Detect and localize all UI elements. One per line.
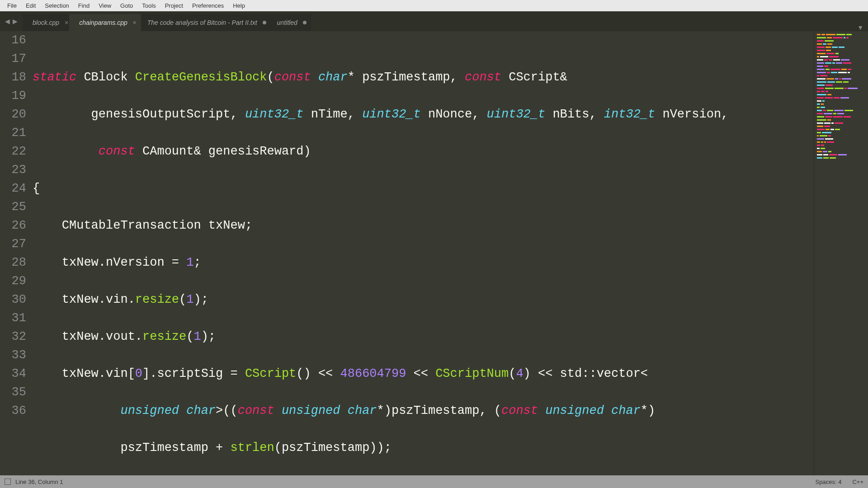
tab-nav-next-icon[interactable]: ▶ xyxy=(11,18,19,25)
close-icon[interactable]: × xyxy=(65,19,68,26)
editor-area: 1617181920212223242526272829303132333435… xyxy=(0,31,868,475)
code-line: { xyxy=(33,179,814,198)
close-icon[interactable]: × xyxy=(133,19,137,26)
tab-label: The code analysis of Bitcoin - Part II.t… xyxy=(147,19,257,26)
text: CBlock xyxy=(84,70,127,84)
tab-nav-prev-icon[interactable]: ◀ xyxy=(4,18,11,25)
menu-preferences[interactable]: Preferences xyxy=(188,1,228,10)
tab-label: block.cpp xyxy=(33,19,59,26)
menu-find[interactable]: Find xyxy=(74,1,94,10)
tab-nav: ◀ ▶ xyxy=(0,11,23,31)
dirty-indicator-icon xyxy=(263,21,266,24)
keyword: static xyxy=(33,70,76,84)
tab-block-cpp[interactable]: block.cpp × xyxy=(23,14,73,31)
menu-edit[interactable]: Edit xyxy=(21,1,40,10)
menu-tools[interactable]: Tools xyxy=(137,1,160,10)
tab-label: chainparams.cpp xyxy=(79,19,127,26)
status-indent[interactable]: Spaces: 4 xyxy=(816,479,842,485)
code-line: CMutableTransaction txNew; xyxy=(33,216,814,235)
status-cursor-position[interactable]: Line 36, Column 1 xyxy=(15,479,63,485)
menu-selection[interactable]: Selection xyxy=(40,1,73,10)
status-language[interactable]: C++ xyxy=(852,479,863,485)
line-number-gutter: 1617181920212223242526272829303132333435… xyxy=(0,31,33,475)
tab-bar: ◀ ▶ block.cpp × chainparams.cpp × The co… xyxy=(0,11,868,31)
menu-help[interactable]: Help xyxy=(228,1,250,10)
menu-view[interactable]: View xyxy=(94,1,116,10)
tab-label: untitled xyxy=(277,19,297,26)
tab-chainparams-cpp[interactable]: chainparams.cpp × xyxy=(69,14,141,31)
dirty-indicator-icon xyxy=(303,21,307,24)
function-name: CreateGenesisBlock xyxy=(135,70,267,84)
tab-untitled[interactable]: untitled xyxy=(267,14,311,31)
menu-goto[interactable]: Goto xyxy=(116,1,137,10)
code-content[interactable]: static CBlock CreateGenesisBlock(const c… xyxy=(33,31,814,475)
menu-file[interactable]: File xyxy=(3,1,21,10)
tab-overflow-icon[interactable]: ▼ xyxy=(857,24,863,31)
menu-project[interactable]: Project xyxy=(160,1,188,10)
status-bar: Line 36, Column 1 Spaces: 4 C++ xyxy=(0,475,868,488)
status-panel-icon[interactable] xyxy=(5,479,11,485)
tab-analysis-txt[interactable]: The code analysis of Bitcoin - Part II.t… xyxy=(137,14,271,31)
menu-bar: File Edit Selection Find View Goto Tools… xyxy=(0,0,868,11)
minimap[interactable] xyxy=(814,31,868,475)
